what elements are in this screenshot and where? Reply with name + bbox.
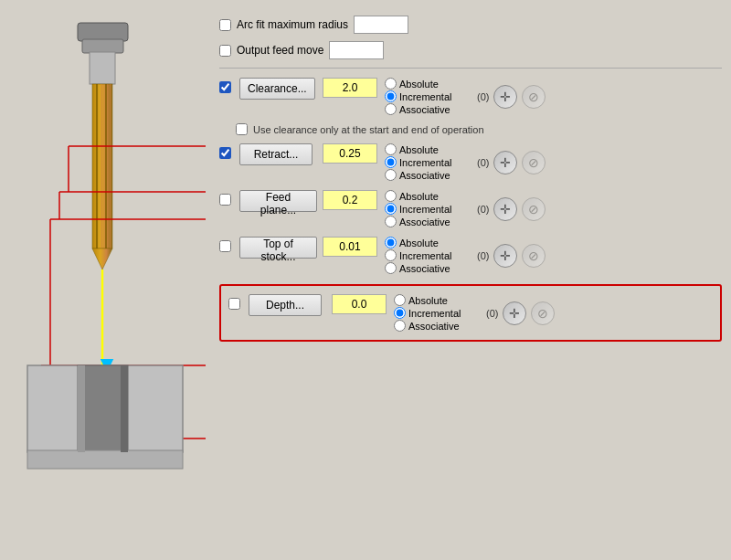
clearance-lock-icon[interactable]: ⊘ — [522, 85, 546, 109]
output-feed-label: Output feed move — [237, 44, 323, 57]
top-of-stock-absolute[interactable]: Absolute — [385, 237, 471, 248]
clearance-move-icon[interactable]: ✛ — [493, 85, 517, 109]
svg-rect-1 — [78, 23, 128, 41]
svg-rect-4 — [92, 84, 112, 248]
clearance-icons: (0) ✛ ⊘ — [477, 85, 546, 109]
top-of-stock-icons: (0) ✛ ⊘ — [477, 244, 546, 268]
clearance-incremental[interactable]: Incremental — [385, 90, 471, 102]
depth-absolute[interactable]: Absolute — [394, 294, 481, 306]
retract-incremental[interactable]: Incremental — [385, 156, 471, 168]
drill-illustration — [9, 9, 210, 548]
retract-move-icon[interactable]: ✛ — [493, 151, 517, 174]
clearance-value[interactable] — [323, 78, 377, 98]
clearance-radio-group: Absolute Incremental Associative — [385, 78, 471, 115]
feed-plane-absolute[interactable]: Absolute — [385, 190, 471, 202]
clearance-absolute[interactable]: Absolute — [385, 78, 471, 90]
feed-plane-incremental[interactable]: Incremental — [385, 203, 471, 215]
depth-checkbox[interactable] — [228, 298, 240, 310]
feed-plane-checkbox[interactable] — [219, 194, 231, 206]
clearance-paren: (0) — [477, 91, 489, 102]
retract-lock-icon[interactable]: ⊘ — [522, 151, 546, 174]
output-feed-row: Output feed move 0.0 — [219, 39, 722, 61]
clearance-row: Clearance... Absolute Incremental Associ… — [219, 75, 722, 118]
svg-rect-27 — [121, 365, 128, 452]
svg-rect-24 — [78, 365, 128, 452]
clearance-checkbox[interactable] — [219, 81, 231, 93]
feed-plane-associative[interactable]: Associative — [385, 216, 471, 227]
retract-checkbox[interactable] — [219, 147, 231, 159]
top-of-stock-checkbox[interactable] — [219, 240, 231, 252]
depth-section: Depth... Absolute Incremental Associativ… — [219, 284, 722, 342]
svg-rect-3 — [90, 52, 115, 84]
depth-associative[interactable]: Associative — [394, 320, 481, 332]
depth-incremental[interactable]: Incremental — [394, 307, 481, 319]
top-of-stock-radio-group: Absolute Incremental Associative — [385, 237, 471, 274]
depth-icons: (0) ✛ ⊘ — [486, 301, 555, 325]
depth-paren: (0) — [486, 308, 498, 319]
feed-plane-button[interactable]: Feed plane... — [239, 190, 317, 212]
top-of-stock-associative[interactable]: Associative — [385, 262, 471, 274]
top-of-stock-incremental[interactable]: Incremental — [385, 249, 471, 261]
retract-absolute[interactable]: Absolute — [385, 143, 471, 155]
feed-plane-paren: (0) — [477, 204, 489, 215]
retract-icons: (0) ✛ ⊘ — [477, 151, 546, 174]
top-of-stock-value[interactable] — [323, 237, 377, 257]
retract-radio-group: Absolute Incremental Associative — [385, 143, 471, 181]
clearance-note-checkbox[interactable] — [236, 123, 248, 135]
arc-fit-label: Arc fit maximum radius — [237, 18, 348, 31]
feed-plane-move-icon[interactable]: ✛ — [493, 197, 517, 221]
svg-rect-26 — [78, 365, 85, 452]
arc-fit-value[interactable]: 0.0 — [354, 16, 408, 34]
output-feed-value[interactable]: 0.0 — [329, 41, 384, 59]
top-of-stock-lock-icon[interactable]: ⊘ — [522, 244, 546, 268]
depth-value[interactable] — [332, 294, 387, 314]
arc-fit-checkbox[interactable] — [219, 19, 231, 31]
top-of-stock-button[interactable]: Top of stock... — [239, 237, 317, 259]
arc-fit-row: Arc fit maximum radius 0.0 — [219, 14, 722, 36]
output-feed-checkbox[interactable] — [219, 45, 231, 57]
retract-associative[interactable]: Associative — [385, 169, 471, 181]
clearance-note-text: Use clearance only at the start and end … — [253, 124, 484, 135]
feed-plane-row: Feed plane... Absolute Incremental Assoc… — [219, 187, 722, 230]
depth-lock-icon[interactable]: ⊘ — [531, 301, 555, 325]
depth-row: Depth... Absolute Incremental Associativ… — [228, 291, 713, 334]
depth-button[interactable]: Depth... — [249, 294, 322, 316]
feed-plane-value[interactable] — [323, 190, 377, 210]
retract-button[interactable]: Retract... — [239, 143, 313, 165]
clearance-button[interactable]: Clearance... — [239, 78, 315, 100]
parameters-panel: Arc fit maximum radius 0.0 Output feed m… — [219, 9, 722, 551]
top-of-stock-paren: (0) — [477, 250, 489, 261]
retract-row: Retract... Absolute Incremental Associat… — [219, 141, 722, 184]
svg-rect-25 — [27, 450, 183, 469]
depth-radio-group: Absolute Incremental Associative — [394, 294, 481, 332]
retract-value[interactable] — [323, 143, 377, 164]
top-of-stock-row: Top of stock... Absolute Incremental Ass… — [219, 234, 722, 277]
retract-paren: (0) — [477, 157, 489, 168]
divider-1 — [219, 68, 722, 69]
depth-move-icon[interactable]: ✛ — [503, 301, 526, 325]
clearance-associative[interactable]: Associative — [385, 103, 471, 115]
feed-plane-lock-icon[interactable]: ⊘ — [522, 197, 546, 221]
svg-rect-2 — [82, 39, 123, 53]
clearance-note-row: Use clearance only at the start and end … — [236, 122, 722, 137]
top-of-stock-move-icon[interactable]: ✛ — [493, 244, 517, 268]
feed-plane-radio-group: Absolute Incremental Associative — [385, 190, 471, 227]
feed-plane-icons: (0) ✛ ⊘ — [477, 197, 546, 221]
